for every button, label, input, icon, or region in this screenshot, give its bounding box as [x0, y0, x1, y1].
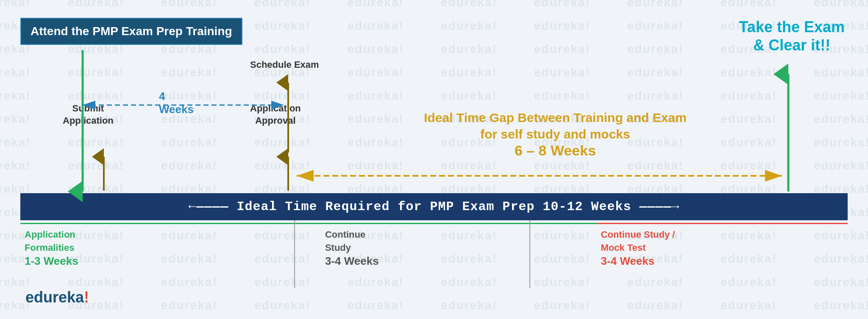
training-box: Attend the PMP Exam Prep Training: [20, 18, 242, 45]
bottom-labels: ApplicationFormalities 1-3 Weeks Continu…: [20, 223, 848, 268]
take-exam-text: Take the Exam & Clear it!!: [739, 18, 845, 54]
segment-application: ApplicationFormalities 1-3 Weeks: [20, 223, 321, 268]
schedule-exam-label: Schedule Exam: [250, 59, 319, 70]
submit-application-label: SubmitApplication: [63, 103, 114, 127]
main-content: Attend the PMP Exam Prep Training Take t…: [0, 0, 868, 319]
timeline-bar: ←———— Ideal Time Required for PMP Exam P…: [20, 193, 848, 220]
segment-mock: Continue Study /Mock Test 3-4 Weeks: [597, 223, 848, 268]
segment-study-label: ContinueStudy: [325, 228, 597, 255]
brand: edureka!: [25, 288, 89, 306]
timeline-bar-text: ←———— Ideal Time Required for PMP Exam P…: [188, 200, 679, 214]
ideal-gap-title: Ideal Time Gap Between Training and Exam: [322, 109, 788, 126]
segment-app-weeks: 1-3 Weeks: [25, 255, 321, 268]
segment-mock-weeks: 3-4 Weeks: [601, 255, 848, 268]
ideal-gap-container: Ideal Time Gap Between Training and Exam…: [322, 109, 788, 159]
training-box-text: Attend the PMP Exam Prep Training: [31, 25, 232, 38]
application-approval-label: ApplicationApproval: [250, 103, 301, 127]
segment-study: ContinueStudy 3-4 Weeks: [321, 223, 597, 268]
ideal-gap-subtitle: for self study and mocks: [322, 126, 788, 142]
segment-mock-label: Continue Study /Mock Test: [601, 228, 848, 255]
segment-app-label: ApplicationFormalities: [25, 228, 321, 255]
ideal-gap-weeks: 6 – 8 Weeks: [322, 142, 788, 159]
segment-study-weeks: 3-4 Weeks: [325, 255, 597, 268]
take-exam-label: Take the Exam & Clear it!!: [739, 18, 845, 54]
brand-text: edureka!: [25, 288, 89, 306]
